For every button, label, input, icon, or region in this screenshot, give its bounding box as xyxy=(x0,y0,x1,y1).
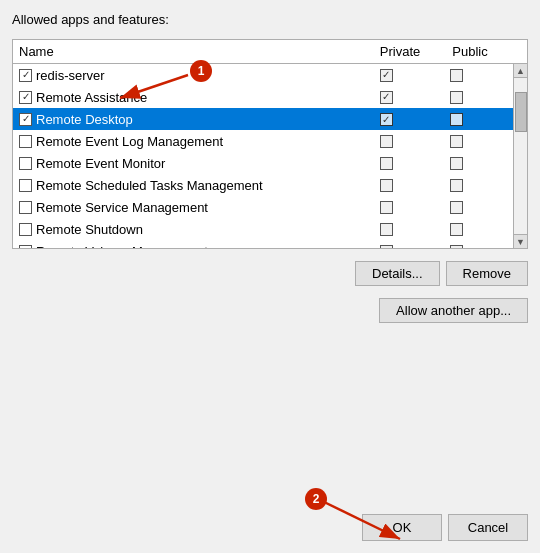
list-item[interactable]: Remote Event Log Management xyxy=(13,130,513,152)
private-checkbox[interactable] xyxy=(380,201,393,214)
list-item[interactable]: Remote Scheduled Tasks Management xyxy=(13,174,513,196)
public-checkbox[interactable] xyxy=(450,91,463,104)
col-scroll-spacer xyxy=(505,44,521,59)
row-checkbox[interactable] xyxy=(19,245,32,249)
private-checkbox[interactable] xyxy=(380,135,393,148)
scrollbar[interactable]: ▲ ▼ xyxy=(513,64,527,248)
public-cell[interactable] xyxy=(421,135,491,148)
private-checkbox[interactable] xyxy=(380,245,393,249)
private-checkbox[interactable] xyxy=(380,69,393,82)
private-checkbox[interactable] xyxy=(380,223,393,236)
col-name: Name xyxy=(19,44,365,59)
private-cell[interactable] xyxy=(351,179,421,192)
public-checkbox[interactable] xyxy=(450,179,463,192)
scrollbar-thumb[interactable] xyxy=(515,92,527,132)
row-checkbox[interactable] xyxy=(19,91,32,104)
public-cell[interactable] xyxy=(421,179,491,192)
public-checkbox[interactable] xyxy=(450,223,463,236)
public-checkbox[interactable] xyxy=(450,135,463,148)
allow-another-app-button[interactable]: Allow another app... xyxy=(379,298,528,323)
private-checkbox[interactable]: ✓ xyxy=(380,113,393,126)
private-cell[interactable] xyxy=(351,223,421,236)
public-checkbox[interactable] xyxy=(450,201,463,214)
list-item[interactable]: Remote Assistance xyxy=(13,86,513,108)
scroll-up-button[interactable]: ▲ xyxy=(514,64,528,78)
section-label: Allowed apps and features: xyxy=(12,12,528,27)
col-public: Public xyxy=(435,44,505,59)
row-name: Remote Assistance xyxy=(19,90,351,105)
apps-list-container: Name Private Public redis-server xyxy=(12,39,528,249)
private-checkbox[interactable] xyxy=(380,179,393,192)
list-header: Name Private Public xyxy=(13,40,527,64)
private-cell[interactable] xyxy=(351,135,421,148)
row-checkbox[interactable] xyxy=(19,157,32,170)
public-cell[interactable] xyxy=(421,201,491,214)
public-checkbox[interactable] xyxy=(450,113,463,126)
public-checkbox[interactable] xyxy=(450,245,463,249)
row-name: Remote Event Monitor xyxy=(19,156,351,171)
row-label: Remote Desktop xyxy=(36,112,133,127)
list-body: redis-server Remote Assistance xyxy=(13,64,513,248)
row-checkbox[interactable] xyxy=(19,201,32,214)
row-label: Remote Scheduled Tasks Management xyxy=(36,178,263,193)
row-checkbox[interactable] xyxy=(19,179,32,192)
row-name: Remote Service Management xyxy=(19,200,351,215)
public-checkbox[interactable] xyxy=(450,157,463,170)
row-checkbox[interactable] xyxy=(19,113,32,126)
row-label: Remote Assistance xyxy=(36,90,147,105)
public-cell[interactable] xyxy=(421,69,491,82)
private-cell[interactable]: ✓ xyxy=(351,113,421,126)
private-cell[interactable] xyxy=(351,245,421,249)
ok-button[interactable]: OK xyxy=(362,514,442,541)
col-private: Private xyxy=(365,44,435,59)
list-item[interactable]: Remote Service Management xyxy=(13,196,513,218)
allow-another-row: Allow another app... xyxy=(12,296,528,325)
list-item-selected[interactable]: Remote Desktop ✓ xyxy=(13,108,513,130)
row-checkbox[interactable] xyxy=(19,135,32,148)
public-cell[interactable] xyxy=(421,157,491,170)
list-item[interactable]: redis-server xyxy=(13,64,513,86)
row-label: Remote Volume Management xyxy=(36,244,208,249)
public-cell[interactable] xyxy=(421,113,491,126)
row-label: Remote Event Monitor xyxy=(36,156,165,171)
list-action-buttons: Details... Remove xyxy=(12,257,528,288)
row-name: Remote Volume Management xyxy=(19,244,351,249)
public-cell[interactable] xyxy=(421,245,491,249)
dialog-container: Allowed apps and features: Name Private … xyxy=(0,0,540,553)
list-item[interactable]: Remote Volume Management xyxy=(13,240,513,248)
bottom-area: OK Cancel xyxy=(12,333,528,541)
private-checkbox[interactable] xyxy=(380,91,393,104)
row-label: redis-server xyxy=(36,68,105,83)
scroll-down-button[interactable]: ▼ xyxy=(514,234,528,248)
private-checkbox[interactable] xyxy=(380,157,393,170)
public-cell[interactable] xyxy=(421,223,491,236)
row-checkbox[interactable] xyxy=(19,223,32,236)
remove-button[interactable]: Remove xyxy=(446,261,528,286)
private-cell[interactable] xyxy=(351,201,421,214)
list-item[interactable]: Remote Shutdown xyxy=(13,218,513,240)
row-name: Remote Scheduled Tasks Management xyxy=(19,178,351,193)
private-cell[interactable] xyxy=(351,91,421,104)
private-cell[interactable] xyxy=(351,157,421,170)
details-button[interactable]: Details... xyxy=(355,261,440,286)
public-checkbox[interactable] xyxy=(450,69,463,82)
cancel-button[interactable]: Cancel xyxy=(448,514,528,541)
ok-cancel-buttons: OK Cancel xyxy=(12,506,528,541)
row-name: Remote Shutdown xyxy=(19,222,351,237)
list-with-scroll: redis-server Remote Assistance xyxy=(13,64,527,248)
row-label: Remote Event Log Management xyxy=(36,134,223,149)
list-item[interactable]: Remote Event Monitor xyxy=(13,152,513,174)
main-dialog: Allowed apps and features: Name Private … xyxy=(0,0,540,553)
row-label: Remote Service Management xyxy=(36,200,208,215)
row-name: Remote Event Log Management xyxy=(19,134,351,149)
row-name: Remote Desktop xyxy=(19,112,351,127)
private-cell[interactable] xyxy=(351,69,421,82)
row-label: Remote Shutdown xyxy=(36,222,143,237)
public-cell[interactable] xyxy=(421,91,491,104)
row-checkbox[interactable] xyxy=(19,69,32,82)
row-name: redis-server xyxy=(19,68,351,83)
